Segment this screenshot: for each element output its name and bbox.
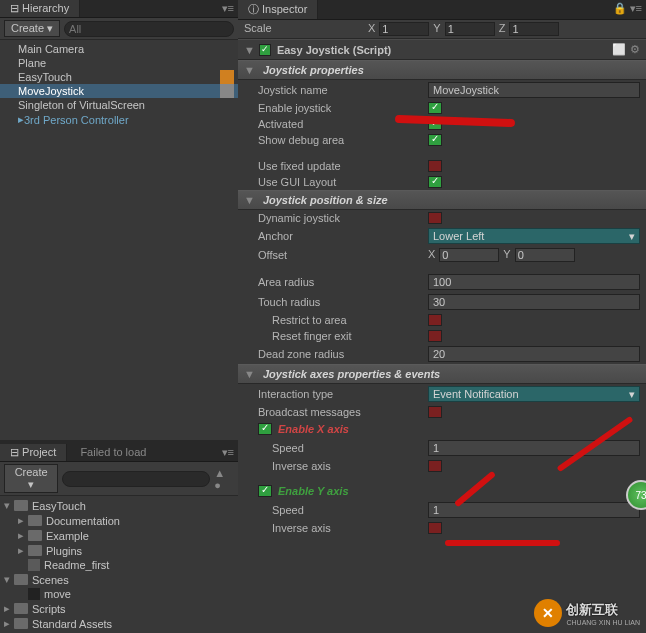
activated-checkbox[interactable] <box>428 118 442 130</box>
restrict-label: Restrict to area <box>258 314 428 326</box>
search-input[interactable] <box>64 21 234 37</box>
anchor-dropdown[interactable]: Lower Left <box>428 228 640 244</box>
section-axes-properties[interactable]: ▼Joystick axes properties & events <box>238 364 646 384</box>
debug-label: Show debug area <box>258 134 428 146</box>
project-item[interactable]: ▸Scripts <box>0 601 238 616</box>
scale-z-input[interactable] <box>509 22 559 36</box>
show-debug-checkbox[interactable] <box>428 134 442 146</box>
dynamic-checkbox[interactable] <box>428 212 442 224</box>
hierarchy-item[interactable]: Plane <box>0 56 238 70</box>
restrict-checkbox[interactable] <box>428 314 442 326</box>
project-item[interactable]: Readme_first <box>0 558 238 572</box>
speed-label: Speed <box>258 442 428 454</box>
foldout-icon[interactable]: ▼ <box>244 44 255 56</box>
offset-label: Offset <box>258 249 428 261</box>
touch-radius-input[interactable] <box>428 294 640 310</box>
y-label: Y <box>433 22 440 36</box>
panel-lock-icon[interactable]: 🔒 ▾≡ <box>609 0 646 17</box>
watermark-logo: ✕ 创新互联 CHUANG XIN HU LIAN <box>534 599 640 627</box>
section-joystick-properties[interactable]: ▼Joystick properties <box>238 60 646 80</box>
panel-menu-icon[interactable]: ▾≡ <box>218 0 238 17</box>
inverse-y-checkbox[interactable] <box>428 522 442 534</box>
failed-tab[interactable]: Failed to load <box>70 444 156 460</box>
speed-x-input[interactable] <box>428 440 640 456</box>
fixed-label: Use fixed update <box>258 160 428 172</box>
joystick-name-input[interactable] <box>428 82 640 98</box>
speed-label: Speed <box>258 504 428 516</box>
enable-label: Enable joystick <box>258 102 428 114</box>
gear-icon[interactable]: ⚙ <box>630 43 640 56</box>
project-item[interactable]: ▾Scenes <box>0 572 238 587</box>
area-label: Area radius <box>258 276 428 288</box>
broadcast-checkbox[interactable] <box>428 406 442 418</box>
offset-y-input[interactable] <box>515 248 575 262</box>
scale-x-input[interactable] <box>379 22 429 36</box>
project-item[interactable]: ▸Documentation <box>0 513 238 528</box>
x-label: X <box>368 22 375 36</box>
logo-icon: ✕ <box>534 599 562 627</box>
project-item[interactable]: move <box>0 587 238 601</box>
project-item[interactable]: ▸Plugins <box>0 543 238 558</box>
scale-y-input[interactable] <box>445 22 495 36</box>
interaction-dropdown[interactable]: Event Notification <box>428 386 640 402</box>
section-position-size[interactable]: ▼Joystick position & size <box>238 190 646 210</box>
activated-label: Activated <box>258 118 428 130</box>
hierarchy-tab[interactable]: ⊟ Hierarchy <box>0 0 80 17</box>
foldout-icon: ▼ <box>244 64 255 76</box>
project-list: ▾EasyTouch▸Documentation▸Example▸Plugins… <box>0 496 238 633</box>
create-button[interactable]: Create ▾ <box>4 20 60 37</box>
unity-icon <box>28 588 40 600</box>
project-item[interactable]: ▸Example <box>0 528 238 543</box>
project-item[interactable]: ▸Standard Assets <box>0 616 238 631</box>
dynamic-label: Dynamic joystick <box>258 212 428 224</box>
hierarchy-item[interactable]: EasyTouch <box>0 70 238 84</box>
help-icon[interactable]: ⬜ <box>612 43 626 56</box>
foldout-icon: ▼ <box>244 368 255 380</box>
component-title: Easy Joystick (Script) <box>277 44 612 56</box>
broadcast-label: Broadcast messages <box>258 406 428 418</box>
folder-icon <box>14 500 28 511</box>
inverse-x-checkbox[interactable] <box>428 460 442 472</box>
folder-icon <box>14 603 28 614</box>
hierarchy-item[interactable]: ▸ 3rd Person Controller <box>0 112 238 127</box>
gui-label: Use GUI Layout <box>258 176 428 188</box>
file-icon <box>28 559 40 571</box>
hierarchy-item-selected[interactable]: MoveJoystick <box>0 84 238 98</box>
enable-x-title: Enable X axis <box>278 423 349 435</box>
name-label: Joystick name <box>258 84 428 96</box>
enable-x-checkbox[interactable] <box>258 423 272 435</box>
create-button[interactable]: Create ▾ <box>4 464 58 493</box>
dead-zone-input[interactable] <box>428 346 640 362</box>
speed-y-input[interactable] <box>428 502 640 518</box>
script-icon <box>220 70 234 84</box>
folder-icon <box>14 574 28 585</box>
search-input[interactable] <box>62 471 210 487</box>
interaction-label: Interaction type <box>258 388 428 400</box>
touch-label: Touch radius <box>258 296 428 308</box>
folder-icon <box>14 618 28 629</box>
fixed-update-checkbox[interactable] <box>428 160 442 172</box>
foldout-icon: ▼ <box>244 194 255 206</box>
hierarchy-list: Main Camera Plane EasyTouch MoveJoystick… <box>0 40 238 440</box>
anchor-label: Anchor <box>258 230 428 242</box>
folder-icon <box>28 530 42 541</box>
gui-layout-checkbox[interactable] <box>428 176 442 188</box>
inverse-label: Inverse axis <box>258 522 428 534</box>
component-enable-checkbox[interactable] <box>259 44 271 56</box>
enable-y-checkbox[interactable] <box>258 485 272 497</box>
reset-checkbox[interactable] <box>428 330 442 342</box>
hierarchy-item[interactable]: Main Camera <box>0 42 238 56</box>
enable-joystick-checkbox[interactable] <box>428 102 442 114</box>
enable-y-title: Enable Y axis <box>278 485 349 497</box>
panel-menu-icon[interactable]: ▾≡ <box>218 444 238 461</box>
script-icon <box>220 84 234 98</box>
area-radius-input[interactable] <box>428 274 640 290</box>
project-tab[interactable]: ⊟ Project <box>0 444 67 461</box>
offset-x-input[interactable] <box>439 248 499 262</box>
project-item[interactable]: ▾EasyTouch <box>0 498 238 513</box>
hierarchy-item[interactable]: Singleton of VirtualScreen <box>0 98 238 112</box>
inspector-tab[interactable]: ⓘ Inspector <box>238 0 318 19</box>
folder-icon <box>28 515 42 526</box>
scale-label: Scale <box>244 22 364 36</box>
filter-icon[interactable]: ▲ ● <box>214 467 234 491</box>
